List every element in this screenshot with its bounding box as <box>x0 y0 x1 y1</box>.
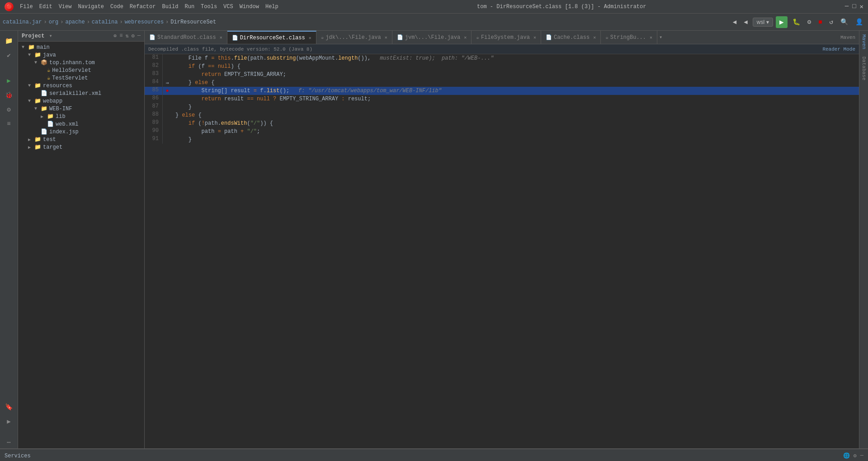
services-settings-icon[interactable]: ⚙ <box>854 452 857 459</box>
side-play2-icon[interactable]: ▶ <box>3 415 15 428</box>
tree-helloservlet[interactable]: ☕ HelloServlet <box>18 66 144 74</box>
menu-refactor[interactable]: Refactor <box>130 4 156 10</box>
tree-webapp[interactable]: ▼ 📁 webapp <box>18 97 144 105</box>
tree-test[interactable]: ▶ 📁 test <box>18 136 144 143</box>
breadcrumb-org[interactable]: org <box>49 19 59 25</box>
project-panel-header: Project ▾ ⊕ ≡ ⇅ ⚙ ─ <box>18 31 144 42</box>
locate-icon[interactable]: ⊕ <box>113 33 117 39</box>
code-line-86: 86 return result == null ? EMPTY_STRING_… <box>145 95 859 103</box>
window-title: tom - DirResourceSet.class [1.8 (3)] - A… <box>477 4 646 10</box>
side-project-icon[interactable]: 📁 <box>3 34 15 47</box>
side-commit-icon[interactable]: ✔ <box>3 49 15 61</box>
side-more-icon[interactable]: ⋯ <box>3 436 15 448</box>
menu-file[interactable]: File <box>20 4 33 10</box>
close-dirresourceset[interactable]: ✕ <box>309 35 311 41</box>
forward-button[interactable]: ◀ <box>741 17 750 27</box>
settings-icon[interactable]: ⚙ <box>132 33 135 39</box>
code-line-82: 82 if (f == null) { <box>145 62 859 71</box>
code-line-83: 83 return EMPTY_STRING_ARRAY; <box>145 71 859 79</box>
right-tab-maven[interactable]: Maven <box>860 31 868 53</box>
right-tab-database[interactable]: Database <box>860 53 868 84</box>
services-earth-icon[interactable]: 🌐 <box>843 452 850 459</box>
menu-view[interactable]: View <box>59 4 72 10</box>
sort-icon[interactable]: ⇅ <box>125 33 128 39</box>
tree-lib[interactable]: ▶ 📁 lib <box>18 113 144 120</box>
minimize-button[interactable]: ─ <box>845 3 849 10</box>
tabs-bar: 📄 StandardRoot.class ✕ 📄 DirResourceSet.… <box>145 31 859 44</box>
side-icons: 📁 ✔ ▶ 🐞 ⚙ ≡ 🔖 ▶ ⋯ <box>0 31 18 448</box>
decompiled-info: Decompiled .class file, bytecode version… <box>148 47 312 52</box>
code-line-90: 90 path = path + "/"; <box>145 127 859 136</box>
services-title: Services <box>5 453 31 459</box>
close-cache[interactable]: ✕ <box>593 35 596 40</box>
tab-stringbu[interactable]: ☕ StringBu... ✕ <box>601 31 657 44</box>
close-jdkfile[interactable]: ✕ <box>385 35 387 40</box>
tab-dirresourceset[interactable]: 📄 DirResourceSet.class ✕ <box>227 31 316 44</box>
breadcrumb-apache[interactable]: apache <box>65 19 85 25</box>
tree-indexjsp[interactable]: 📄 index.jsp <box>18 128 144 136</box>
menu-build[interactable]: Build <box>162 4 178 10</box>
breadcrumb-catalina2[interactable]: catalina <box>92 19 118 25</box>
tree-package[interactable]: ▼ 📦 top.inhann.tom <box>18 59 144 66</box>
tree-serialkiller[interactable]: 📄 serialkiller.xml <box>18 89 144 97</box>
menu-code[interactable]: Code <box>110 4 123 10</box>
tab-filesystem[interactable]: ☕ FileSystem.java ✕ <box>472 31 541 44</box>
menu-tools[interactable]: Tools <box>201 4 217 10</box>
side-run-icon[interactable]: ▶ <box>3 74 15 87</box>
menu-navigate[interactable]: Navigate <box>78 4 104 10</box>
side-services-icon[interactable]: ⚙ <box>3 103 15 116</box>
menu-edit[interactable]: Edit <box>39 4 52 10</box>
tab-standardroot[interactable]: 📄 StandardRoot.class ✕ <box>145 31 227 44</box>
side-debug-icon[interactable]: 🐞 <box>3 89 15 101</box>
tree-main[interactable]: ▼ 📁 main <box>18 43 144 51</box>
tree-java[interactable]: ▼ 📁 java <box>18 51 144 59</box>
stop-button[interactable]: ■ <box>816 17 824 27</box>
services-hide-icon[interactable]: ─ <box>860 452 863 459</box>
tab-cache[interactable]: 📄 Cache.class ✕ <box>541 31 601 44</box>
tree-testservlet[interactable]: ☕ TestServlet <box>18 74 144 82</box>
code-line-81: 81 File f = this.file(path.substring(web… <box>145 54 859 62</box>
maven-tab[interactable]: Maven <box>837 35 859 40</box>
breadcrumb-webresources[interactable]: webresources <box>125 19 164 25</box>
menu-vcs[interactable]: VCS <box>223 4 233 10</box>
project-dropdown[interactable]: ▾ <box>49 33 52 39</box>
debug-button[interactable]: 🐛 <box>790 17 802 27</box>
project-tree: ▼ 📁 main ▼ 📁 java ▼ 📦 top.inhann.tom ☕ H… <box>18 42 144 153</box>
collapse-icon[interactable]: ≡ <box>119 33 123 39</box>
tree-resources[interactable]: ▼ 📁 resources <box>18 82 144 89</box>
profile-button[interactable]: 👤 <box>853 17 865 27</box>
tree-target[interactable]: ▶ 📁 target <box>18 143 144 151</box>
search-button[interactable]: 🔍 <box>838 17 850 27</box>
hide-icon[interactable]: ─ <box>137 33 141 39</box>
back-button[interactable]: ◀ <box>731 17 739 27</box>
close-jvmfile[interactable]: ✕ <box>464 35 467 40</box>
close-button[interactable]: ✕ <box>860 3 863 10</box>
breadcrumb-class[interactable]: DirResourceSet <box>170 19 216 25</box>
rerun-button[interactable]: ↺ <box>827 17 835 27</box>
app-logo: 🔴 File Edit View Navigate Code Refactor … <box>5 2 278 11</box>
reader-mode-button[interactable]: Reader Mode <box>822 47 855 52</box>
menu-run[interactable]: Run <box>184 4 194 10</box>
run-button[interactable]: ▶ <box>776 16 788 28</box>
dropdown-icon: ▾ <box>766 19 769 25</box>
menu-help[interactable]: Help <box>265 4 278 10</box>
code-line-84: 84 ⇒ } else { <box>145 79 859 87</box>
code-editor[interactable]: 81 File f = this.file(path.substring(web… <box>145 54 859 448</box>
maximize-button[interactable]: □ <box>852 3 856 10</box>
breadcrumb-catalina[interactable]: catalina.jar <box>3 19 42 25</box>
tree-webxml[interactable]: 📄 web.xml <box>18 120 144 128</box>
coverage-button[interactable]: ⚙ <box>805 17 813 27</box>
tab-jdkfile[interactable]: ☕ jdk\...\File.java ✕ <box>316 31 392 44</box>
menu-window[interactable]: Window <box>240 4 259 10</box>
side-structure-icon[interactable]: ≡ <box>3 118 15 130</box>
services-header: Services 🌐 ⚙ ─ <box>0 449 868 461</box>
tabs-more-icon[interactable]: ▾ <box>659 34 662 41</box>
side-bookmarks-icon[interactable]: 🔖 <box>3 400 15 413</box>
wsl-selector[interactable]: wsl ▾ <box>753 18 773 27</box>
close-filesystem[interactable]: ✕ <box>533 35 536 40</box>
tab-jvmfile[interactable]: 📄 jvm\...\File.java ✕ <box>392 31 472 44</box>
close-standardroot[interactable]: ✕ <box>220 35 222 40</box>
tree-webinf[interactable]: ▼ 📁 WEB-INF <box>18 105 144 113</box>
project-panel: Project ▾ ⊕ ≡ ⇅ ⚙ ─ ▼ 📁 main ▼ 📁 java <box>18 31 145 448</box>
close-stringbu[interactable]: ✕ <box>650 35 652 40</box>
